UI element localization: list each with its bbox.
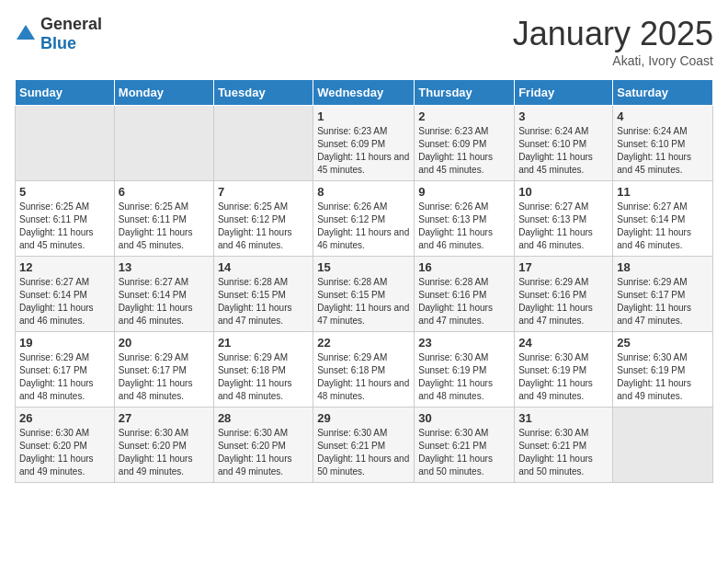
day-number: 26: [19, 411, 110, 425]
day-info: Sunrise: 6:24 AM Sunset: 6:10 PM Dayligh…: [617, 125, 709, 177]
day-number: 1: [317, 109, 410, 123]
day-of-week-header: Sunday: [16, 80, 115, 106]
day-info: Sunrise: 6:30 AM Sunset: 6:19 PM Dayligh…: [518, 351, 609, 403]
day-number: 19: [19, 336, 110, 350]
calendar-cell: 22Sunrise: 6:29 AM Sunset: 6:18 PM Dayli…: [313, 332, 415, 408]
title-block: January 2025 Akati, Ivory Coast: [513, 15, 713, 68]
day-info: Sunrise: 6:29 AM Sunset: 6:18 PM Dayligh…: [218, 351, 309, 403]
calendar-cell: 8Sunrise: 6:26 AM Sunset: 6:12 PM Daylig…: [313, 181, 415, 257]
day-number: 12: [19, 260, 110, 274]
day-number: 7: [218, 185, 309, 199]
calendar-cell: 2Sunrise: 6:23 AM Sunset: 6:09 PM Daylig…: [415, 106, 515, 181]
calendar-week-row: 1Sunrise: 6:23 AM Sunset: 6:09 PM Daylig…: [16, 106, 713, 181]
calendar-week-row: 26Sunrise: 6:30 AM Sunset: 6:20 PM Dayli…: [16, 408, 713, 483]
day-info: Sunrise: 6:25 AM Sunset: 6:11 PM Dayligh…: [19, 201, 110, 252]
calendar-cell: 28Sunrise: 6:30 AM Sunset: 6:20 PM Dayli…: [213, 408, 313, 483]
day-number: 18: [617, 260, 709, 274]
day-number: 30: [418, 411, 510, 425]
calendar-cell: 19Sunrise: 6:29 AM Sunset: 6:17 PM Dayli…: [16, 332, 115, 408]
day-number: 17: [518, 260, 609, 274]
day-info: Sunrise: 6:28 AM Sunset: 6:15 PM Dayligh…: [317, 276, 410, 327]
calendar-cell: 1Sunrise: 6:23 AM Sunset: 6:09 PM Daylig…: [313, 106, 415, 181]
day-info: Sunrise: 6:30 AM Sunset: 6:21 PM Dayligh…: [418, 427, 510, 478]
calendar-cell: 11Sunrise: 6:27 AM Sunset: 6:14 PM Dayli…: [613, 181, 713, 257]
calendar-cell: 15Sunrise: 6:28 AM Sunset: 6:15 PM Dayli…: [313, 257, 415, 332]
day-number: 23: [418, 336, 510, 350]
calendar-cell: 5Sunrise: 6:25 AM Sunset: 6:11 PM Daylig…: [16, 181, 115, 257]
calendar-cell: 12Sunrise: 6:27 AM Sunset: 6:14 PM Dayli…: [16, 257, 115, 332]
calendar-cell: 18Sunrise: 6:29 AM Sunset: 6:17 PM Dayli…: [613, 257, 713, 332]
calendar-cell: 31Sunrise: 6:30 AM Sunset: 6:21 PM Dayli…: [515, 408, 613, 483]
calendar-cell: 13Sunrise: 6:27 AM Sunset: 6:14 PM Dayli…: [114, 257, 213, 332]
calendar-cell: 29Sunrise: 6:30 AM Sunset: 6:21 PM Dayli…: [313, 408, 415, 483]
day-of-week-header: Friday: [515, 80, 613, 106]
calendar-body: 1Sunrise: 6:23 AM Sunset: 6:09 PM Daylig…: [16, 106, 713, 483]
day-info: Sunrise: 6:30 AM Sunset: 6:19 PM Dayligh…: [418, 351, 510, 403]
calendar-cell: 24Sunrise: 6:30 AM Sunset: 6:19 PM Dayli…: [515, 332, 613, 408]
day-number: 24: [518, 336, 609, 350]
day-info: Sunrise: 6:30 AM Sunset: 6:21 PM Dayligh…: [317, 427, 410, 478]
day-info: Sunrise: 6:28 AM Sunset: 6:15 PM Dayligh…: [218, 276, 309, 327]
month-title: January 2025: [513, 15, 713, 53]
location-subtitle: Akati, Ivory Coast: [513, 53, 713, 68]
day-number: 14: [218, 260, 309, 274]
day-number: 27: [119, 411, 210, 425]
logo-icon: [15, 23, 37, 45]
calendar-table: SundayMondayTuesdayWednesdayThursdayFrid…: [15, 79, 713, 483]
logo-text: General Blue: [40, 15, 102, 53]
day-number: 15: [317, 260, 410, 274]
calendar-cell: [114, 106, 213, 181]
calendar-cell: 27Sunrise: 6:30 AM Sunset: 6:20 PM Dayli…: [114, 408, 213, 483]
calendar-cell: [16, 106, 115, 181]
calendar-cell: 25Sunrise: 6:30 AM Sunset: 6:19 PM Dayli…: [613, 332, 713, 408]
day-number: 28: [218, 411, 309, 425]
day-info: Sunrise: 6:28 AM Sunset: 6:16 PM Dayligh…: [418, 276, 510, 327]
calendar-cell: 17Sunrise: 6:29 AM Sunset: 6:16 PM Dayli…: [515, 257, 613, 332]
day-number: 22: [317, 336, 410, 350]
day-of-week-header: Thursday: [415, 80, 515, 106]
calendar-week-row: 12Sunrise: 6:27 AM Sunset: 6:14 PM Dayli…: [16, 257, 713, 332]
day-of-week-header: Monday: [114, 80, 213, 106]
calendar-cell: [613, 408, 713, 483]
day-info: Sunrise: 6:27 AM Sunset: 6:14 PM Dayligh…: [119, 276, 210, 327]
calendar-cell: 9Sunrise: 6:26 AM Sunset: 6:13 PM Daylig…: [415, 181, 515, 257]
day-number: 31: [518, 411, 609, 425]
day-info: Sunrise: 6:27 AM Sunset: 6:14 PM Dayligh…: [19, 276, 110, 327]
day-number: 2: [418, 109, 510, 123]
day-info: Sunrise: 6:24 AM Sunset: 6:10 PM Dayligh…: [518, 125, 609, 177]
calendar-cell: 10Sunrise: 6:27 AM Sunset: 6:13 PM Dayli…: [515, 181, 613, 257]
logo: General Blue: [15, 15, 102, 53]
day-number: 4: [617, 109, 709, 123]
day-info: Sunrise: 6:29 AM Sunset: 6:16 PM Dayligh…: [518, 276, 609, 327]
calendar-cell: 26Sunrise: 6:30 AM Sunset: 6:20 PM Dayli…: [16, 408, 115, 483]
calendar-week-row: 19Sunrise: 6:29 AM Sunset: 6:17 PM Dayli…: [16, 332, 713, 408]
day-info: Sunrise: 6:25 AM Sunset: 6:12 PM Dayligh…: [218, 201, 309, 252]
day-info: Sunrise: 6:25 AM Sunset: 6:11 PM Dayligh…: [119, 201, 210, 252]
calendar-cell: 16Sunrise: 6:28 AM Sunset: 6:16 PM Dayli…: [415, 257, 515, 332]
day-info: Sunrise: 6:23 AM Sunset: 6:09 PM Dayligh…: [418, 125, 510, 177]
calendar-cell: 21Sunrise: 6:29 AM Sunset: 6:18 PM Dayli…: [213, 332, 313, 408]
calendar-cell: 6Sunrise: 6:25 AM Sunset: 6:11 PM Daylig…: [114, 181, 213, 257]
day-number: 11: [617, 185, 709, 199]
day-number: 8: [317, 185, 410, 199]
day-number: 16: [418, 260, 510, 274]
day-info: Sunrise: 6:27 AM Sunset: 6:14 PM Dayligh…: [617, 201, 709, 252]
day-info: Sunrise: 6:30 AM Sunset: 6:20 PM Dayligh…: [218, 427, 309, 478]
day-info: Sunrise: 6:30 AM Sunset: 6:20 PM Dayligh…: [119, 427, 210, 478]
calendar-cell: 7Sunrise: 6:25 AM Sunset: 6:12 PM Daylig…: [213, 181, 313, 257]
day-number: 25: [617, 336, 709, 350]
day-number: 29: [317, 411, 410, 425]
day-info: Sunrise: 6:30 AM Sunset: 6:19 PM Dayligh…: [617, 351, 709, 403]
day-number: 5: [19, 185, 110, 199]
calendar-header-row: SundayMondayTuesdayWednesdayThursdayFrid…: [16, 80, 713, 106]
svg-marker-0: [17, 25, 35, 40]
day-info: Sunrise: 6:29 AM Sunset: 6:18 PM Dayligh…: [317, 351, 410, 403]
calendar-cell: 30Sunrise: 6:30 AM Sunset: 6:21 PM Dayli…: [415, 408, 515, 483]
calendar-cell: [213, 106, 313, 181]
calendar-cell: 14Sunrise: 6:28 AM Sunset: 6:15 PM Dayli…: [213, 257, 313, 332]
day-info: Sunrise: 6:23 AM Sunset: 6:09 PM Dayligh…: [317, 125, 410, 177]
day-info: Sunrise: 6:30 AM Sunset: 6:20 PM Dayligh…: [19, 427, 110, 478]
day-number: 13: [119, 260, 210, 274]
day-info: Sunrise: 6:26 AM Sunset: 6:13 PM Dayligh…: [418, 201, 510, 252]
day-number: 6: [119, 185, 210, 199]
